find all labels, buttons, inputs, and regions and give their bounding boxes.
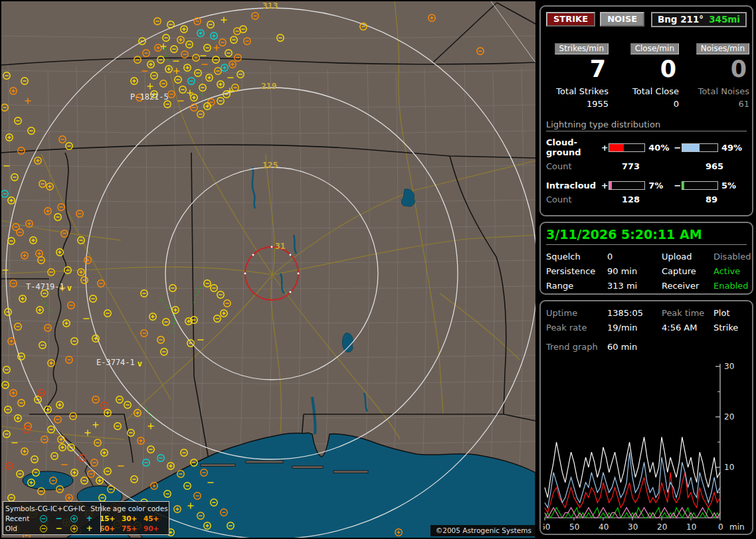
close-per-min-header: Close/min <box>630 43 679 54</box>
uptime-grid: Uptime 1385:05 Peak time Plot Peak rate … <box>546 308 747 333</box>
map-legend: Symbols -CG -IC +CG +IC Strike age color… <box>3 501 169 535</box>
squelch-label: Squelch <box>546 252 607 262</box>
total-strikes-value: 1955 <box>541 99 609 109</box>
strike-stats-box: STRIKE NOISE Bng 211°345mi Strikes/min 7… <box>539 5 753 216</box>
count-label: Count <box>546 161 622 171</box>
upload-label: Upload <box>662 252 713 262</box>
status-panel: STRIKE NOISE Bng 211°345mi Strikes/min 7… <box>537 0 756 539</box>
receiver-status: Enabled <box>713 281 751 291</box>
plot-mode-value: Strike <box>713 323 747 333</box>
trend-box: Uptime 1385:05 Peak time Plot Peak rate … <box>539 300 753 535</box>
ic-pos-count: 128 <box>622 194 706 204</box>
recent-neg-cg-icon: − <box>40 515 47 522</box>
age-code-45: 45+ <box>141 514 163 523</box>
intracloud-row: Intracloud + 7% − 5% <box>546 181 747 191</box>
uptime-label: Uptime <box>546 308 607 318</box>
svg-text:219: 219 <box>261 81 276 91</box>
ic-pos-pct: 7% <box>645 181 674 191</box>
uptime-value: 1385:05 <box>607 308 662 318</box>
receiver-status-box: 3/11/2026 5:20:11 AM Squelch 0 Upload Di… <box>539 222 753 295</box>
trend-graph-row: Trend graph 60 min <box>546 342 747 352</box>
copyright-text: ©2005 Astrogenic Systems <box>430 525 535 536</box>
legend-col-pos-cg: +CG <box>57 504 72 513</box>
peak-time-value: 4:56 AM <box>662 323 713 333</box>
total-close-label: Total Close <box>611 86 679 96</box>
persistence-label: Persistence <box>546 266 607 276</box>
age-code-90: 90+ <box>141 524 163 533</box>
bearing-display: Bng 211°345mi <box>651 12 747 27</box>
plus-sign: + <box>601 143 609 153</box>
legend-divider <box>100 503 101 532</box>
total-noises-value: 61 <box>682 99 749 109</box>
svg-text:P-1821-5: P-1821-5 <box>130 92 169 102</box>
age-code-75: 75+ <box>119 524 141 533</box>
cloud-ground-count-row: Count 773 965 <box>546 161 747 171</box>
plus-sign: + <box>601 181 609 191</box>
persistence-value: 90 min <box>607 266 662 276</box>
peak-rate-value: 19/min <box>607 323 662 333</box>
total-close-value: 0 <box>611 99 679 109</box>
minus-sign: − <box>674 181 682 191</box>
cg-neg-pct: 49% <box>718 143 747 153</box>
strikes-per-min-header: Strikes/min <box>555 43 609 54</box>
age-code-30: 30+ <box>119 514 141 523</box>
svg-text:60: 60 <box>543 522 550 532</box>
cg-neg-bar <box>682 143 718 152</box>
recent-pos-ic-icon: + <box>82 514 97 523</box>
range-label: Range <box>546 281 607 291</box>
legend-col-pos-ic: +IC <box>72 504 85 513</box>
bearing-label: Bng 211° <box>658 14 704 25</box>
svg-text:50: 50 <box>569 522 579 532</box>
total-strikes-label: Total Strikes <box>541 86 609 96</box>
datetime-display: 3/11/2026 5:20:11 AM <box>546 227 747 245</box>
old-neg-cg-icon: − <box>40 525 47 532</box>
squelch-value: 0 <box>607 252 662 262</box>
bearing-range: 345mi <box>709 14 740 25</box>
svg-text:40: 40 <box>599 522 609 532</box>
trend-graph-chart: 1020306050403020100min <box>543 360 752 534</box>
recent-neg-ic-icon: − <box>51 514 66 523</box>
minus-sign: − <box>674 143 682 153</box>
svg-text:30: 30 <box>724 362 734 371</box>
legend-col-neg-cg: -CG <box>35 504 48 513</box>
distribution-title: Lightning type distribution <box>546 119 747 131</box>
plot-label: Plot <box>713 308 747 318</box>
lightning-map[interactable]: 31321912531P-1821-5T-4719-1vE-3774-1v Sy… <box>1 1 535 538</box>
svg-text:0: 0 <box>718 522 723 532</box>
legend-age-title: Strike age color codes <box>85 504 167 513</box>
legend-col-neg-ic: -IC <box>48 504 57 513</box>
rate-columns: Strikes/min 7 Total Strikes 1955 Close/m… <box>541 41 752 109</box>
svg-text:10: 10 <box>686 522 696 532</box>
svg-text:31: 31 <box>275 241 286 251</box>
cg-pos-bar <box>609 143 645 152</box>
strikes-per-min-value: 7 <box>541 56 606 82</box>
intracloud-label: Intracloud <box>546 181 601 191</box>
legend-symbols-header: Symbols <box>5 504 35 513</box>
svg-text:10: 10 <box>724 463 734 472</box>
intracloud-count-row: Count 128 89 <box>546 194 747 204</box>
trend-graph-label: Trend graph <box>546 342 607 352</box>
legend-row-old: Old <box>5 524 36 533</box>
count-label: Count <box>546 194 622 204</box>
total-noises-label: Total Noises <box>682 86 749 96</box>
svg-text:313: 313 <box>262 1 278 11</box>
strike-toggle-button[interactable]: STRIKE <box>546 12 595 27</box>
receiver-status-grid: Squelch 0 Upload Disabled Persistence 90… <box>546 252 747 291</box>
ic-pos-bar <box>609 181 645 190</box>
ic-neg-count: 89 <box>706 194 717 204</box>
svg-text:20: 20 <box>657 522 667 532</box>
noise-toggle-button[interactable]: NOISE <box>600 12 644 27</box>
noises-per-min-header: Noises/min <box>696 43 749 54</box>
map-canvas: 31321912531P-1821-5T-4719-1vE-3774-1v <box>1 1 535 538</box>
old-pos-cg-icon: + <box>70 525 78 532</box>
legend-row-recent: Recent <box>5 514 36 523</box>
noises-per-min-value: 0 <box>682 56 747 82</box>
old-neg-ic-icon: − <box>51 524 66 533</box>
noises-per-min-col: Noises/min 0 Total Noises 61 <box>682 41 752 109</box>
cg-pos-pct: 40% <box>645 143 674 153</box>
recent-pos-cg-icon: + <box>70 515 78 522</box>
svg-text:125: 125 <box>262 160 278 170</box>
receiver-label: Receiver <box>662 281 713 291</box>
svg-text:30: 30 <box>628 522 638 532</box>
cloud-ground-row: Cloud-ground + 40% − 49% <box>546 137 747 157</box>
